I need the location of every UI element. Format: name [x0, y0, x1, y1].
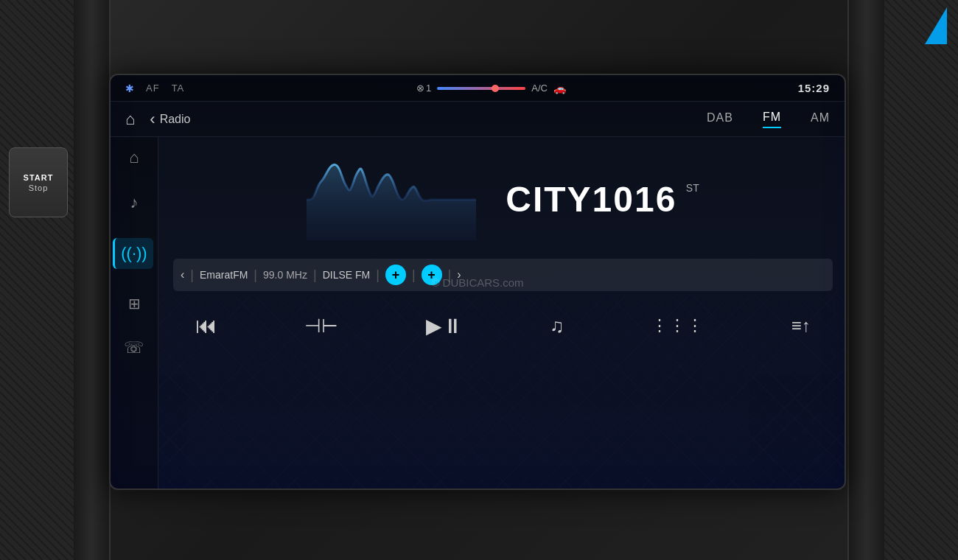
- sidebar-home-icon[interactable]: ⌂: [129, 148, 139, 167]
- sidebar-phone-icon[interactable]: ☏: [124, 338, 144, 357]
- infotainment-screen: ✱ AF TA ⊗ 1 A/C 🚗 15:29 ⌂ ‹ Radio DAB FM…: [109, 74, 846, 490]
- car-status-icon: 🚗: [553, 83, 566, 94]
- navigation-arrow: [925, 7, 947, 44]
- radio-tabs: DAB FM AM: [707, 111, 830, 128]
- home-icon[interactable]: ⌂: [125, 110, 135, 129]
- seat-edge-left: [74, 0, 111, 560]
- prev-station-button[interactable]: ‹: [181, 268, 184, 281]
- tab-am[interactable]: AM: [811, 111, 830, 127]
- bluetooth-icon: ✱: [125, 83, 134, 94]
- tab-fm[interactable]: FM: [763, 111, 781, 128]
- back-arrow: ‹: [150, 110, 155, 129]
- sidebar-music-icon[interactable]: ♪: [130, 193, 139, 212]
- stop-label: Stop: [29, 183, 49, 192]
- af-ta-label: AF: [146, 83, 160, 94]
- tune-button[interactable]: ⊣⊢: [304, 315, 338, 337]
- play-pause-button[interactable]: ▶⏸: [426, 314, 463, 338]
- playlist-button[interactable]: ♫: [550, 315, 564, 337]
- sidebar-radio-icon[interactable]: ((·)): [113, 238, 153, 269]
- station-name-row: CITY1016 ST: [506, 182, 699, 217]
- next-station-button[interactable]: ›: [457, 268, 461, 281]
- topbar-left: ✱ AF TA: [125, 83, 184, 94]
- separator-3: |: [313, 267, 317, 283]
- main-content: CITY1016 ST ‹ | EmaratFM | 99.0 MHz | DI…: [158, 137, 846, 490]
- clock: 15:29: [798, 82, 830, 94]
- tab-dab[interactable]: DAB: [707, 111, 733, 127]
- temperature-bar: [437, 87, 525, 90]
- status-bar: ✱ AF TA ⊗ 1 A/C 🚗 15:29: [111, 75, 845, 102]
- equalizer-button[interactable]: ⋮⋮⋮: [651, 316, 704, 335]
- fan-level: 1: [426, 83, 431, 94]
- ac-label: A/C: [531, 83, 548, 94]
- station-badge: ST: [686, 182, 699, 194]
- left-sidebar: ⌂ ♪ ((·)) ⊞ ☏: [111, 137, 158, 490]
- separator-5: |: [412, 267, 416, 283]
- station-name: CITY1016: [506, 180, 676, 219]
- waveform: [307, 159, 476, 240]
- temp-indicator: [492, 85, 499, 92]
- emarat-fm-item[interactable]: EmaratFM: [200, 269, 248, 281]
- separator-6: |: [448, 267, 452, 283]
- radio-title: Radio: [160, 113, 191, 126]
- station-info: CITY1016 ST: [506, 182, 699, 217]
- climate-control: ⊗ 1 A/C 🚗: [416, 83, 566, 94]
- prev-track-button[interactable]: ⏮: [195, 313, 217, 338]
- frequency-item[interactable]: 99.0 MHz: [263, 269, 307, 281]
- station-display: CITY1016 ST: [173, 159, 833, 240]
- separator-4: |: [376, 267, 380, 283]
- ta-label: TA: [172, 83, 185, 94]
- separator-2: |: [254, 267, 257, 283]
- playback-controls: ⏮ ⊣⊢ ▶⏸ ♫ ⋮⋮⋮ ≡↑: [173, 313, 833, 338]
- add-station-btn-2[interactable]: +: [422, 265, 442, 285]
- separator-1: |: [190, 267, 194, 283]
- dilse-fm-item[interactable]: DILSE FM: [323, 269, 371, 281]
- add-station-btn-1[interactable]: +: [385, 265, 406, 285]
- seat-edge-right: [847, 0, 884, 560]
- station-bar: ‹ | EmaratFM | 99.0 MHz | DILSE FM | + |…: [173, 259, 833, 291]
- tracklist-button[interactable]: ≡↑: [791, 315, 811, 336]
- fan-icon: ⊗: [416, 83, 424, 94]
- navigation-bar: ⌂ ‹ Radio DAB FM AM: [111, 102, 845, 137]
- back-button[interactable]: ‹ Radio: [150, 110, 190, 129]
- sidebar-vehicle-icon[interactable]: ⊞: [128, 295, 141, 312]
- start-stop-button[interactable]: START Stop: [9, 147, 68, 217]
- start-label: START: [24, 173, 54, 182]
